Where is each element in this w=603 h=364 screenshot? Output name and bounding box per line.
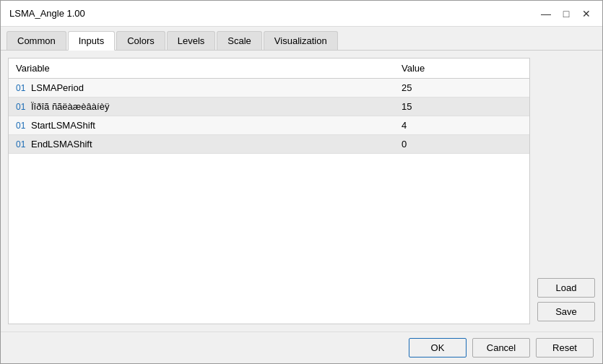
- cell-value: 0: [394, 135, 529, 154]
- inputs-table-panel: Variable Value 01 LSMAPeriod 25 01 Ïîðîã…: [8, 58, 530, 324]
- table-row: 01 Ïîðîã ñãëàæèâàíèÿ 15: [9, 98, 529, 116]
- cell-name: 01 StartLSMAShift: [9, 116, 394, 135]
- load-button[interactable]: Load: [537, 278, 595, 298]
- row-variable-name: EndLSMAShift: [31, 139, 92, 150]
- table-row: 01 LSMAPeriod 25: [9, 79, 529, 98]
- inputs-table: Variable Value 01 LSMAPeriod 25 01 Ïîðîã…: [9, 58, 529, 154]
- save-button[interactable]: Save: [537, 302, 595, 321]
- title-bar-controls: — □ ✕: [539, 6, 594, 21]
- content-area: Variable Value 01 LSMAPeriod 25 01 Ïîðîã…: [1, 51, 602, 332]
- row-label: 01: [16, 102, 28, 112]
- cancel-button[interactable]: Cancel: [472, 338, 530, 358]
- close-button[interactable]: ✕: [579, 6, 594, 21]
- cell-name: 01 LSMAPeriod: [9, 79, 394, 98]
- minimize-button[interactable]: —: [539, 6, 553, 21]
- table-row: 01 EndLSMAShift 0: [9, 135, 529, 154]
- col-header-value: Value: [394, 58, 529, 79]
- cell-value: 15: [394, 98, 529, 116]
- title-bar: LSMA_Angle 1.00 — □ ✕: [1, 1, 602, 27]
- reset-button[interactable]: Reset: [536, 338, 594, 358]
- tab-levels[interactable]: Levels: [167, 31, 216, 50]
- tab-bar: Common Inputs Colors Levels Scale Visual…: [1, 27, 602, 51]
- side-buttons-panel: Load Save: [537, 58, 595, 324]
- tab-inputs[interactable]: Inputs: [68, 31, 115, 51]
- main-window: LSMA_Angle 1.00 — □ ✕ Common Inputs Colo…: [0, 0, 603, 364]
- row-label: 01: [16, 121, 28, 131]
- row-label: 01: [16, 83, 28, 93]
- cell-value: 25: [394, 79, 529, 98]
- tab-common[interactable]: Common: [6, 31, 66, 50]
- row-label: 01: [16, 139, 28, 150]
- ok-button[interactable]: OK: [409, 338, 467, 358]
- cell-name: 01 Ïîðîã ñãëàæèâàíèÿ: [9, 98, 394, 116]
- tab-colors[interactable]: Colors: [116, 31, 165, 50]
- row-variable-name: Ïîðîã ñãëàæèâàíèÿ: [31, 101, 109, 112]
- col-header-variable: Variable: [9, 58, 394, 79]
- table-row: 01 StartLSMAShift 4: [9, 116, 529, 135]
- footer: OK Cancel Reset: [1, 332, 602, 363]
- tab-visualization[interactable]: Visualization: [264, 31, 338, 50]
- row-variable-name: StartLSMAShift: [31, 120, 95, 131]
- maximize-button[interactable]: □: [559, 6, 573, 21]
- row-variable-name: LSMAPeriod: [31, 82, 84, 93]
- window-title: LSMA_Angle 1.00: [9, 8, 85, 19]
- cell-name: 01 EndLSMAShift: [9, 135, 394, 154]
- tab-scale[interactable]: Scale: [217, 31, 262, 50]
- cell-value: 4: [394, 116, 529, 135]
